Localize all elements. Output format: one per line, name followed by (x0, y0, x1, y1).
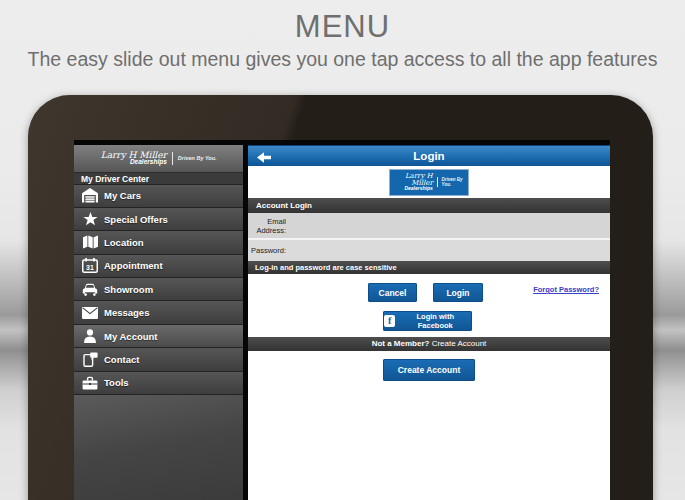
facebook-login-label: Login with Facebook (399, 312, 471, 330)
login-title: Login (248, 146, 610, 166)
case-sensitive-note: Log-in and password are case sensitive (248, 261, 610, 274)
menu-item-my-cars[interactable]: My Cars (74, 184, 243, 207)
tablet-screen: Larry H Miller Dealerships Driven By You… (74, 140, 610, 500)
menu-item-contact[interactable]: Contact (74, 347, 243, 370)
banner: MENU The easy slide out menu gives you o… (0, 0, 685, 71)
toolbox-icon (82, 376, 98, 390)
menu-item-special-offers[interactable]: Special Offers (74, 207, 243, 230)
login-actions: Cancel Login Forgot Password? f Login wi… (248, 274, 610, 337)
not-member-section-header: Not a Member? Create Account (248, 337, 610, 351)
account-login-section-header: Account Login (248, 198, 610, 213)
login-logo-strip: Larry H Miller Dealerships Driven By You… (248, 166, 610, 198)
menu-item-label: Tools (104, 377, 129, 388)
garage-icon (82, 188, 98, 203)
menu-item-label: Location (104, 237, 144, 248)
brand-divider (172, 152, 173, 165)
menu-item-label: My Cars (104, 190, 141, 201)
password-field-label: Password: (248, 246, 286, 255)
brand-badge: Larry H Miller Dealerships Driven By You… (389, 169, 469, 196)
menu-item-location[interactable]: Location (74, 230, 243, 253)
email-field[interactable]: Email Address: (248, 213, 610, 238)
menu-item-appointment[interactable]: 31 Appointment (74, 254, 243, 277)
menu-item-messages[interactable]: Messages (74, 300, 243, 323)
brand-name-text: Dealerships (390, 186, 433, 191)
app-content: Larry H Miller Dealerships Driven By You… (74, 145, 610, 500)
facebook-login-button[interactable]: f Login with Facebook (383, 311, 472, 331)
brand-divider (437, 177, 438, 187)
brand-wordmark: Larry H Miller Dealerships (101, 151, 167, 166)
email-field-label: Email Address: (248, 217, 286, 235)
banner-title: MENU (0, 9, 685, 45)
menu-item-label: Special Offers (104, 214, 168, 225)
menu-item-label: Messages (104, 307, 149, 318)
menu-empty-area (74, 394, 243, 500)
password-field[interactable]: Password: (248, 240, 610, 261)
login-button[interactable]: Login (433, 283, 483, 302)
login-header: Login (248, 145, 610, 166)
calendar-day-text: 31 (86, 264, 94, 271)
map-icon (82, 235, 98, 249)
not-member-bold-text: Not a Member? (372, 339, 430, 348)
menu-item-label: Appointment (104, 260, 163, 271)
brand-tagline: Driven By You. (442, 177, 468, 187)
car-icon (82, 283, 98, 296)
sidebar-brand-logo: Larry H Miller Dealerships Driven By You… (74, 145, 243, 172)
menu-item-label: Showroom (104, 284, 153, 295)
login-panel: Login Larry H Miller Dealerships Driven … (248, 145, 610, 500)
person-icon (82, 329, 98, 343)
create-account-button[interactable]: Create Account (383, 359, 475, 381)
tablet-frame: Larry H Miller Dealerships Driven By You… (28, 95, 653, 500)
calendar-icon: 31 (82, 258, 98, 273)
menu-item-showroom[interactable]: Showroom (74, 277, 243, 300)
facebook-icon: f (384, 315, 396, 327)
brand-wordmark: Larry H Miller Dealerships (390, 173, 433, 191)
menu-item-label: My Account (104, 331, 157, 342)
contact-icon (82, 352, 98, 367)
menu-item-my-account[interactable]: My Account (74, 324, 243, 347)
back-arrow-icon[interactable] (257, 150, 271, 168)
menu-item-tools[interactable]: Tools (74, 371, 243, 394)
slide-out-menu: Larry H Miller Dealerships Driven By You… (74, 145, 243, 500)
banner-subtitle: The easy slide out menu gives you one ta… (0, 48, 685, 71)
star-icon (82, 212, 98, 226)
menu-item-label: Contact (104, 354, 139, 365)
brand-tagline: Driven By You. (178, 155, 217, 161)
app-store-screenshot: MENU The easy slide out menu gives you o… (0, 0, 685, 500)
not-member-rest-text: Create Account (429, 339, 486, 348)
cancel-button[interactable]: Cancel (368, 283, 417, 302)
create-account-section: Create Account (248, 351, 610, 500)
envelope-icon (82, 307, 98, 319)
forgot-password-link[interactable]: Forgot Password? (533, 285, 599, 294)
menu-section-header: My Driver Center (74, 172, 243, 184)
